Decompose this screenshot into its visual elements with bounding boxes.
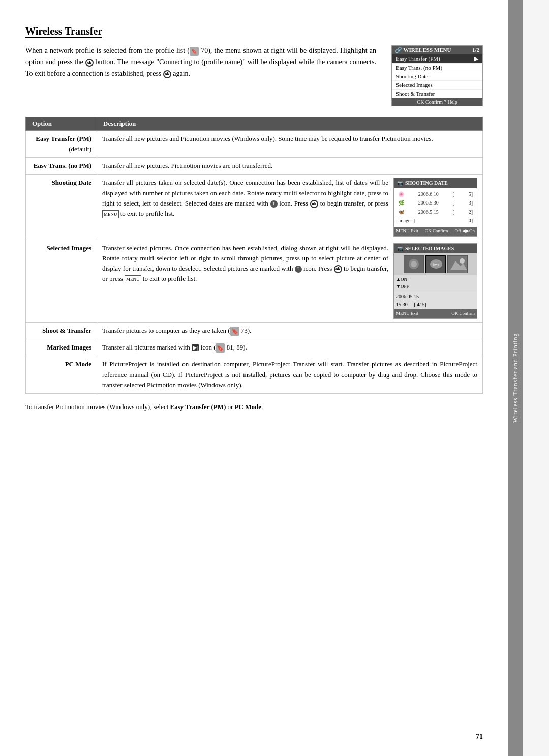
option-easy-trans-no-pm: Easy Trans. (no PM)	[26, 158, 97, 175]
desc-shooting-date: Transfer all pictures taken on selected …	[97, 175, 483, 240]
cb-date-row-3: 🦋 2006.5.15 [ 2]	[396, 208, 475, 217]
desc-shoot-transfer: Transfer pictures to computer as they ar…	[97, 323, 483, 339]
cb-menu: MENU Exit	[396, 228, 418, 235]
wm-item-selected-images[interactable]: Selected Images	[392, 81, 482, 90]
cb-count-2: 3]	[469, 199, 473, 207]
option-selected-images: Selected Images	[26, 240, 97, 322]
selected-images-row: Transfer selected pictures. Once connect…	[102, 243, 477, 319]
table-row: PC Mode If PictureProject is installed o…	[26, 356, 483, 393]
wm-item-shoot-transfer[interactable]: Shoot & Transfer	[392, 90, 482, 98]
ok-icon-si: ok	[334, 265, 342, 273]
cb-confirm: OK Confirm	[425, 228, 448, 235]
cb-count-1: 5]	[469, 190, 473, 198]
desc-easy-transfer-pm: Transfer all new pictures and Pictmotion…	[97, 131, 483, 158]
cb-cam-icon: 📷	[397, 179, 403, 187]
cb-count-3: 2]	[469, 208, 473, 216]
wm-item-easy-trans-no-pm[interactable]: Easy Trans. (no PM)	[392, 64, 482, 72]
side-tab: Wireless Transfer and Printing	[508, 0, 523, 756]
cb-date-2: 2006.5.30	[418, 199, 439, 207]
option-pc-mode: PC Mode	[26, 356, 97, 393]
cb-header: 📷 SHOOTING DATE	[394, 178, 477, 188]
cb-date-icon-1: 🌸	[398, 190, 404, 198]
table-row: Shooting Date Transfer all pictures take…	[26, 175, 483, 240]
thumb-svg-1	[404, 256, 423, 273]
cb-off-on: Off ◀▶On	[454, 228, 475, 235]
sib-footer: MENU Exit OK Confirm	[394, 309, 477, 318]
wm-title: 🔗 WIRELESS MENU	[395, 47, 451, 53]
menu-icon-sd: MENU	[102, 210, 119, 218]
option-sub: (default)	[69, 145, 92, 153]
options-table: Option Description Easy Transfer (PM) (d…	[25, 117, 483, 394]
cb-bracket-open-2: [	[453, 199, 454, 207]
transfer-icon-si: T	[295, 266, 302, 273]
cb-date-row-1: 🌸 2006.6.10 [ 5]	[396, 190, 475, 199]
sib-info: 2006.05.15 15:30 [ 4/ 5]	[394, 292, 477, 309]
table-header-option: Option	[26, 117, 97, 131]
sib-date: 2006.05.15	[396, 293, 475, 301]
wm-help: ? Help	[444, 99, 457, 105]
sib-time-count: 15:30 [ 4/ 5]	[396, 301, 475, 309]
desc-selected-images: Transfer selected pictures. Once connect…	[97, 240, 483, 322]
selected-images-box: 📷 SELECTED IMAGES	[393, 243, 477, 319]
intro-section: When a network profile is selected from …	[25, 45, 483, 106]
wm-page: 1/2	[472, 47, 479, 53]
footer-note: To transfer Pictmotion movies (Windows o…	[25, 402, 483, 413]
wireless-menu-box: 🔗 WIRELESS MENU 1/2 Easy Transfer (PM) ▶…	[391, 45, 483, 106]
footer-text-1: To transfer Pictmotion movies (Windows o…	[25, 403, 170, 411]
ref-icon-1: 🔖	[190, 47, 199, 56]
cb-title: SHOOTING DATE	[405, 179, 448, 187]
table-row: Marked Images Transfer all pictures mark…	[26, 339, 483, 356]
thumb-svg-3	[448, 256, 467, 273]
option-marked-images: Marked Images	[26, 339, 97, 356]
sib-status: ▲ON▼OFF	[394, 275, 477, 292]
option-easy-transfer-pm: Easy Transfer (PM) (default)	[26, 131, 97, 158]
sib-on-off: ▲ON▼OFF	[396, 276, 409, 290]
shooting-date-row: Transfer all pictures taken on selected …	[102, 178, 477, 236]
cb-body: 🌸 2006.6.10 [ 5] 🌿 2006.5.30 [ 3]	[394, 188, 477, 227]
table-row: Shoot & Transfer Transfer pictures to co…	[26, 323, 483, 339]
ok-icon-sd: ok	[310, 200, 318, 208]
cb-date-icon-2: 🌿	[398, 199, 404, 207]
cb-date-1: 2006.6.10	[418, 190, 439, 198]
thumb-svg-2: img	[426, 256, 445, 273]
shooting-date-text: Transfer all pictures taken on selected …	[102, 178, 388, 219]
wm-confirm: OK Confirm	[417, 99, 443, 105]
transfer-icon: T	[270, 200, 278, 208]
wm-footer: OK Confirm ? Help	[392, 98, 482, 106]
wm-item-label: Easy Transfer (PM)	[396, 55, 440, 62]
page-title: Wireless Transfer	[25, 25, 102, 38]
footer-text-3: .	[261, 403, 263, 411]
ref-icon-73: 🔖	[230, 327, 239, 336]
cb-footer: MENU Exit OK Confirm Off ◀▶On	[394, 227, 477, 236]
intro-text-1: When a network profile is selected from …	[25, 47, 190, 54]
cb-date-icon-3: 🦋	[398, 208, 404, 216]
desc-easy-trans-no-pm: Transfer all new pictures. Pictmotion mo…	[97, 158, 483, 175]
sib-title: SELECTED IMAGES	[405, 245, 454, 253]
wm-item-arrow: ▶	[474, 55, 478, 62]
marked-icon: ▶|	[192, 344, 199, 351]
wm-item-easy-transfer-pm[interactable]: Easy Transfer (PM) ▶	[392, 54, 482, 64]
svg-text:img: img	[433, 263, 439, 267]
cb-bracket-open-1: [	[453, 190, 454, 198]
sib-header: 📷 SELECTED IMAGES	[394, 244, 477, 254]
sib-thumb-1	[404, 255, 424, 273]
svg-point-2	[411, 261, 417, 267]
sib-thumbnails: img	[394, 253, 477, 275]
footer-bold-1: Easy Transfer (PM)	[170, 403, 226, 411]
desc-pc-mode: If PictureProject is installed on destin…	[97, 356, 483, 393]
page-container: Wireless Transfer When a network profile…	[0, 0, 508, 756]
footer-text-2: or	[226, 403, 234, 411]
cb-date-row-2: 🌿 2006.5.30 [ 3]	[396, 198, 475, 208]
ref-icon-81: 🔖	[216, 343, 225, 353]
option-label: Easy Transfer (PM)	[36, 135, 92, 142]
cb-images-count: 0]	[469, 217, 473, 225]
sib-thumb-3	[447, 255, 468, 273]
sib-menu-exit: MENU Exit	[396, 310, 418, 317]
table-row: Selected Images Transfer selected pictur…	[26, 240, 483, 322]
menu-icon-si: MENU	[125, 275, 141, 283]
desc-marked-images: Transfer all pictures marked with ▶| ico…	[97, 339, 483, 356]
sib-icon: 📷	[397, 245, 403, 253]
ok-circle-icon: ok	[85, 59, 94, 67]
ok-circle-icon-2: ok	[163, 70, 171, 78]
wm-item-shooting-date[interactable]: Shooting Date	[392, 72, 482, 81]
